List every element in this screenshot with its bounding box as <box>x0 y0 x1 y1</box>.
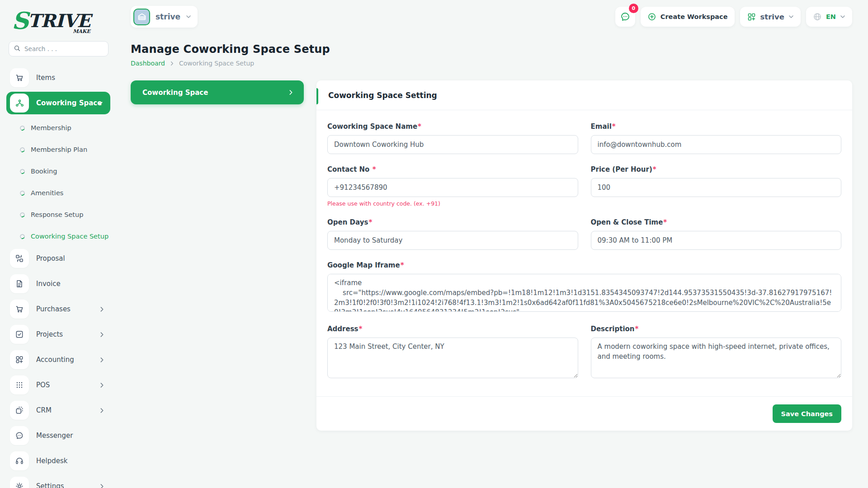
open-days-input[interactable] <box>327 231 578 250</box>
field-description: Description* A modern coworking space wi… <box>591 325 842 380</box>
chevron-down-icon <box>97 100 103 106</box>
helpdesk-icon <box>15 456 24 465</box>
building-icon <box>137 12 147 22</box>
sidebar-item-proposal[interactable]: Proposal <box>0 247 117 270</box>
pos-icon <box>15 380 24 389</box>
required-marker: * <box>373 165 376 174</box>
address-textarea[interactable]: 123 Main Street, City Center, NY <box>327 338 578 378</box>
sidebar-search <box>9 41 108 56</box>
search-input[interactable] <box>9 41 108 56</box>
status-dot-icon <box>19 146 25 153</box>
required-marker: * <box>401 261 404 269</box>
required-marker: * <box>635 325 639 333</box>
sidebar-subitem-label: Response Setup <box>31 211 83 218</box>
contact-no-input[interactable] <box>327 178 578 197</box>
sidebar-item-accounting[interactable]: Accounting <box>0 348 117 371</box>
sidebar-item-coworking-space-setup[interactable]: Coworking Space Setup <box>0 225 117 247</box>
chat-icon <box>620 11 631 22</box>
logo-tagline: MAKE <box>73 29 90 34</box>
sidebar-item-label: Projects <box>36 330 63 338</box>
sidebar-subitem-label: Booking <box>31 168 57 175</box>
sidebar-item-purchases[interactable]: Purchases <box>0 298 117 320</box>
sidebar-item-projects[interactable]: Projects <box>0 323 117 346</box>
sidebar-item-label: Items <box>36 74 55 82</box>
main-area: strive 0 Create Workspace strive <box>117 0 868 488</box>
chevron-right-icon <box>99 332 105 338</box>
workspace-switcher[interactable]: strive <box>131 6 198 28</box>
create-workspace-button[interactable]: Create Workspace <box>641 7 735 27</box>
sidebar-item-label: Proposal <box>36 254 65 263</box>
field-label: Address <box>327 325 359 333</box>
sidebar-item-label: Settings <box>36 482 64 488</box>
sidebar-item-items[interactable]: Items <box>0 66 117 89</box>
coworking-space-name-input[interactable] <box>327 135 578 154</box>
accounting-icon <box>15 355 24 364</box>
description-textarea[interactable]: A modern coworking space with high-speed… <box>591 338 842 378</box>
chat-button[interactable]: 0 <box>615 7 635 27</box>
card-footer: Save Changes <box>316 396 852 431</box>
sidebar-item-pos[interactable]: POS <box>0 374 117 396</box>
sidebar-item-response-setup[interactable]: Response Setup <box>0 204 117 225</box>
sidebar-item-label: Messenger <box>36 432 73 440</box>
app-switcher-label: strive <box>760 13 784 21</box>
chevron-right-icon <box>99 357 105 363</box>
breadcrumb-current: Coworking Space Setup <box>179 60 254 67</box>
sidebar-item-coworking-space[interactable]: Coworking Space <box>6 92 110 114</box>
language-selector[interactable]: EN <box>806 7 852 27</box>
save-changes-button[interactable]: Save Changes <box>773 404 841 423</box>
field-price-per-hour: Price (Per Hour)* <box>591 165 842 207</box>
required-marker: * <box>653 165 656 174</box>
projects-icon <box>15 330 24 339</box>
invoice-icon <box>15 279 24 288</box>
cart-icon <box>15 73 24 82</box>
sidebar-item-label: Purchases <box>36 305 71 313</box>
status-dot-icon <box>19 190 25 196</box>
card-header: Coworking Space Setting <box>316 80 852 110</box>
brand-logo: S TRIVE MAKE <box>0 7 117 34</box>
sidebar-item-settings[interactable]: Settings <box>0 475 117 488</box>
proposal-icon <box>15 254 24 263</box>
email-input[interactable] <box>591 135 842 154</box>
coworking-space-tab[interactable]: Coworking Space <box>131 80 304 104</box>
field-coworking-space-name: Coworking Space Name* <box>327 122 578 154</box>
coworking-submenu: Membership Membership Plan Booking Ameni… <box>0 117 117 247</box>
coworking-space-tab-label: Coworking Space <box>142 89 208 97</box>
contact-helper-text: Please use with country code. (ex. +91) <box>327 200 578 207</box>
field-email: Email* <box>591 122 842 154</box>
create-workspace-label: Create Workspace <box>660 13 728 20</box>
sidebar-item-messenger[interactable]: Messenger <box>0 424 117 447</box>
field-google-map-iframe: Google Map Iframe* <iframe src="https://… <box>327 261 841 314</box>
plus-circle-icon <box>647 12 656 21</box>
required-marker: * <box>359 325 363 333</box>
app-switcher[interactable]: strive <box>740 7 801 27</box>
sidebar-item-membership[interactable]: Membership <box>0 117 117 139</box>
sidebar-subitem-label: Membership Plan <box>31 146 87 153</box>
topbar-actions: 0 Create Workspace strive EN <box>615 7 852 27</box>
status-dot-icon <box>19 233 25 239</box>
sidebar-item-membership-plan[interactable]: Membership Plan <box>0 139 117 160</box>
sidebar-item-crm[interactable]: CRM <box>0 399 117 422</box>
field-label: Contact No <box>327 165 372 174</box>
card-title: Coworking Space Setting <box>328 91 840 100</box>
search-icon <box>14 45 21 52</box>
sidebar-item-label: Accounting <box>36 356 74 364</box>
sidebar-item-amenities[interactable]: Amenities <box>0 182 117 204</box>
required-marker: * <box>368 218 372 226</box>
google-map-iframe-textarea[interactable]: <iframe src="https://www.google.com/maps… <box>327 274 841 312</box>
price-per-hour-input[interactable] <box>591 178 842 197</box>
sidebar-subitem-label: Coworking Space Setup <box>31 233 108 240</box>
sidebar-nav: Items Coworking Space Membership Members… <box>0 66 117 488</box>
open-close-time-input[interactable] <box>591 231 842 250</box>
workspace-name: strive <box>156 12 180 21</box>
sidebar-item-label: CRM <box>36 406 52 414</box>
sidebar-item-helpdesk[interactable]: Helpdesk <box>0 450 117 472</box>
field-label: Open & Close Time <box>591 218 663 226</box>
globe-icon <box>813 12 822 21</box>
settings-gear-icon <box>15 482 24 488</box>
logo-initial: S <box>12 9 28 33</box>
chevron-right-icon <box>99 408 105 413</box>
sidebar-item-invoice[interactable]: Invoice <box>0 272 117 295</box>
status-dot-icon <box>19 168 25 174</box>
sidebar-item-booking[interactable]: Booking <box>0 160 117 182</box>
breadcrumb-dashboard[interactable]: Dashboard <box>131 60 165 67</box>
